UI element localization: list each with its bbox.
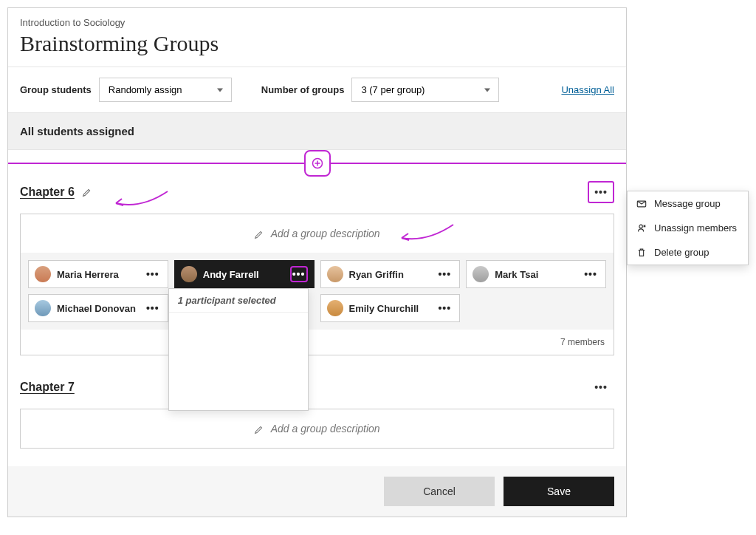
student-card-selected[interactable]: Andy Farrell ••• 1 participant selected … xyxy=(174,260,315,288)
group-title[interactable]: Chapter 6 xyxy=(20,185,75,199)
group-description-placeholder: Add a group description xyxy=(271,423,380,435)
cancel-button[interactable]: Cancel xyxy=(384,477,495,506)
number-groups-value: 3 (7 per group) xyxy=(361,84,425,95)
course-title: Introduction to Sociology xyxy=(20,17,614,28)
add-group-button[interactable] xyxy=(304,150,331,177)
save-button[interactable]: Save xyxy=(504,477,614,506)
group-chapter-7: Chapter 7 ••• Add a group description xyxy=(8,355,626,449)
student-menu-item[interactable]: Chapter 7 xyxy=(169,361,308,386)
group-more-button[interactable]: ••• xyxy=(588,376,614,398)
member-count: 7 members xyxy=(21,330,614,355)
student-more-button[interactable]: ••• xyxy=(144,266,162,282)
ellipsis-icon: ••• xyxy=(292,269,306,279)
group-header: Chapter 6 ••• xyxy=(20,181,614,203)
student-name: Emily Churchill xyxy=(349,303,430,314)
mail-icon xyxy=(636,199,647,209)
number-groups-label: Number of groups xyxy=(261,84,345,95)
ellipsis-icon: ••• xyxy=(584,269,597,279)
page-title: Brainstorming Groups xyxy=(20,31,614,56)
student-more-button[interactable]: ••• xyxy=(144,300,162,316)
svg-point-2 xyxy=(639,225,642,228)
group-description-placeholder: Add a group description xyxy=(271,228,380,239)
group-more-button[interactable]: ••• xyxy=(588,181,614,203)
student-card[interactable]: Emily Churchill ••• xyxy=(320,294,461,322)
group-menu-message[interactable]: Message group xyxy=(628,191,748,216)
plus-circle-icon xyxy=(312,157,323,169)
ellipsis-icon: ••• xyxy=(594,382,608,392)
group-description-button[interactable]: Add a group description xyxy=(21,409,614,448)
trash-icon xyxy=(636,248,647,258)
avatar xyxy=(35,266,51,282)
group-menu-unassign[interactable]: Unassign members xyxy=(628,216,748,240)
pencil-icon xyxy=(254,230,264,239)
group-header: Chapter 7 ••• xyxy=(20,376,614,398)
avatar xyxy=(327,300,343,316)
group-menu-label: Delete group xyxy=(654,247,709,258)
student-name: Mark Tsai xyxy=(495,269,576,280)
avatar xyxy=(327,266,343,282)
annotation-arrow xyxy=(397,222,456,251)
group-card: Add a group description xyxy=(20,409,614,449)
student-grid: Maria Herrera ••• Andy Farrell ••• 1 par… xyxy=(21,253,614,330)
ellipsis-icon: ••• xyxy=(146,269,159,279)
student-more-button[interactable]: ••• xyxy=(290,266,308,282)
page: Introduction to Sociology Brainstorming … xyxy=(7,7,627,517)
student-more-button[interactable]: ••• xyxy=(436,266,453,282)
number-groups-select[interactable]: 3 (7 per group) xyxy=(351,78,499,102)
ellipsis-icon: ••• xyxy=(438,269,451,279)
group-students-label: Group students xyxy=(20,84,92,95)
student-card[interactable]: Mark Tsai ••• xyxy=(466,260,606,288)
status-text: All students assigned xyxy=(20,125,134,137)
toolbar: Group students Randomly assign Number of… xyxy=(8,67,626,113)
group-students-select[interactable]: Randomly assign xyxy=(99,78,232,102)
header: Introduction to Sociology Brainstorming … xyxy=(8,8,626,67)
student-more-button[interactable]: ••• xyxy=(436,300,453,316)
student-menu-item[interactable]: + Create a new group xyxy=(169,313,308,337)
student-menu-item[interactable]: Chapter 8 xyxy=(169,386,308,410)
avatar xyxy=(181,266,197,282)
student-name: Andy Farrell xyxy=(203,269,284,280)
footer: Cancel Save xyxy=(8,466,626,517)
group-menu-label: Message group xyxy=(654,198,721,209)
avatar xyxy=(35,300,51,316)
group-menu-delete[interactable]: Delete group xyxy=(628,240,748,265)
student-context-menu: 1 participant selected + Create a new gr… xyxy=(168,288,309,411)
ellipsis-icon: ••• xyxy=(594,187,608,197)
student-card[interactable]: Maria Herrera ••• xyxy=(28,260,168,288)
group-card: Add a group description Maria Herrera ••… xyxy=(20,214,614,355)
group-title[interactable]: Chapter 7 xyxy=(20,381,75,394)
student-more-button[interactable]: ••• xyxy=(582,266,599,282)
student-menu-item[interactable]: - Unassign xyxy=(169,337,308,361)
group-context-menu: Message group Unassign members Delete gr… xyxy=(627,191,749,265)
student-name: Michael Donovan xyxy=(57,303,138,314)
student-name: Ryan Griffin xyxy=(349,269,430,280)
person-icon xyxy=(636,223,647,234)
group-chapter-6: Chapter 6 ••• Add a group description Ma… xyxy=(8,150,626,355)
student-menu-header: 1 participant selected xyxy=(169,289,308,313)
ellipsis-icon: ••• xyxy=(146,303,159,313)
pencil-icon xyxy=(254,425,264,435)
avatar xyxy=(472,266,489,282)
pencil-icon[interactable] xyxy=(82,188,92,197)
group-menu-label: Unassign members xyxy=(654,222,737,234)
group-students-value: Randomly assign xyxy=(109,84,182,95)
group-description-button[interactable]: Add a group description xyxy=(21,214,614,253)
unassign-all-link[interactable]: Unassign All xyxy=(561,84,614,95)
student-card[interactable]: Ryan Griffin ••• xyxy=(320,260,461,288)
student-card[interactable]: Michael Donovan ••• xyxy=(28,294,168,322)
status-bar: All students assigned xyxy=(8,113,626,150)
ellipsis-icon: ••• xyxy=(438,303,451,313)
student-name: Maria Herrera xyxy=(57,269,138,280)
